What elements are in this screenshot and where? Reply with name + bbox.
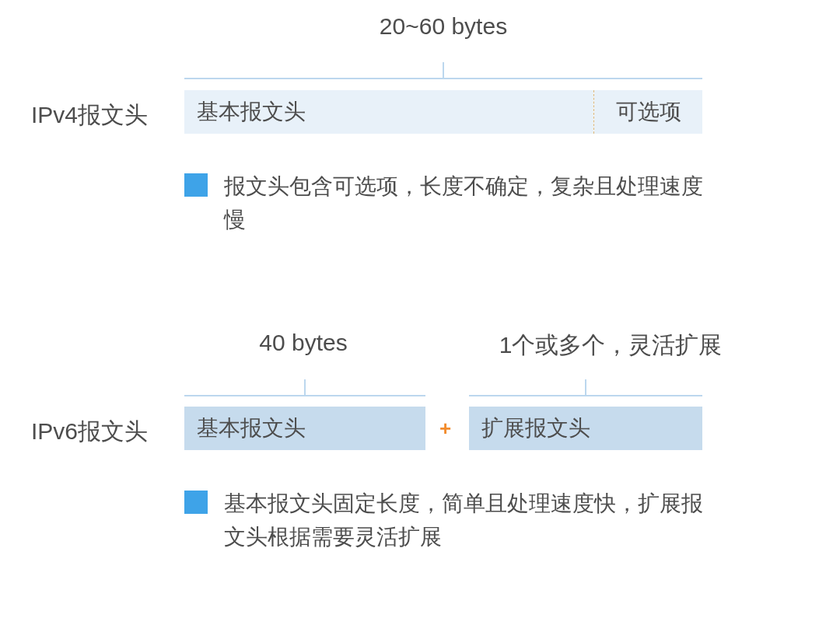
- diagram-canvas: 20~60 bytes IPv4报文头 基本报文头 可选项 报文头包含可选项，长…: [0, 0, 840, 639]
- ipv6-ext-brace: [469, 395, 702, 396]
- ipv4-optional-segment: 可选项: [594, 90, 702, 134]
- ipv6-ext-header-bar: 扩展报文头: [469, 407, 702, 450]
- ipv6-basic-size-label: 40 bytes: [241, 330, 366, 356]
- ipv4-bullet-text: 报文头包含可选项，长度不确定，复杂且处理速度慢: [224, 169, 706, 237]
- ipv6-basic-header-bar: 基本报文头: [184, 407, 425, 450]
- ipv4-brace: [184, 78, 702, 79]
- ipv6-ext-header-segment: 扩展报文头: [469, 407, 702, 450]
- ipv6-bullet-icon: [184, 491, 208, 514]
- ipv4-bullet-icon: [184, 173, 208, 197]
- ipv6-bullet-text: 基本报文头固定长度，简单且处理速度快，扩展报文头根据需要灵活扩展: [224, 487, 706, 554]
- ipv6-plus-separator: +: [439, 417, 451, 441]
- ipv4-basic-header-segment: 基本报文头: [184, 90, 593, 134]
- ipv4-brace-tick: [443, 62, 444, 79]
- ipv4-size-range-label: 20~60 bytes: [366, 13, 521, 40]
- ipv6-basic-header-segment: 基本报文头: [184, 407, 425, 450]
- ipv4-header-bar: 基本报文头 可选项: [184, 90, 702, 134]
- ipv6-row-label: IPv6报文头: [31, 416, 148, 448]
- ipv4-row-label: IPv4报文头: [31, 100, 148, 131]
- ipv6-basic-brace-tick: [304, 379, 306, 396]
- ipv6-basic-brace: [184, 395, 425, 396]
- ipv6-ext-brace-tick: [585, 379, 586, 396]
- ipv6-ext-size-label: 1个或多个，灵活扩展: [471, 330, 751, 361]
